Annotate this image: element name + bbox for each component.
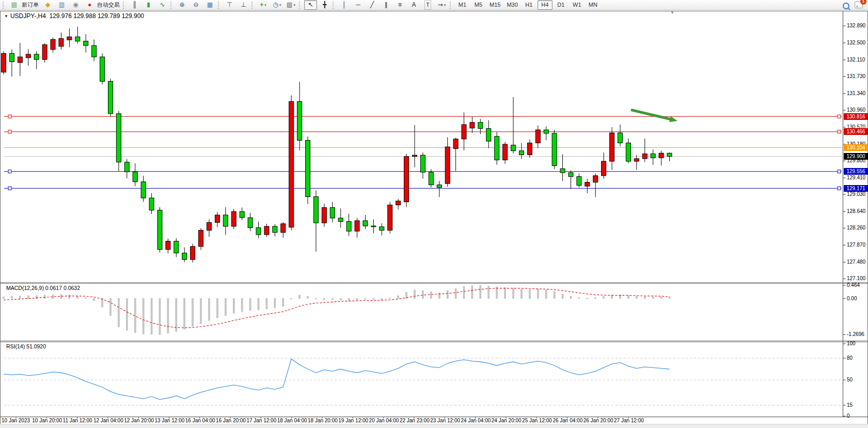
bear-candle — [420, 155, 425, 172]
bear-candle — [297, 101, 302, 140]
bull-candle — [26, 54, 30, 58]
macd-histogram-bar — [307, 296, 309, 298]
macd-histogram-bar — [44, 295, 45, 299]
macd-histogram-bar — [504, 288, 506, 299]
macd-histogram-bar — [520, 289, 522, 298]
time-label: 13 Jan 12:00 — [155, 418, 185, 424]
line-handle[interactable] — [838, 170, 841, 173]
macd-histogram-bar — [249, 299, 251, 311]
rsi-line — [4, 359, 670, 399]
macd-histogram-bar — [299, 295, 301, 299]
bull-candle — [413, 155, 417, 157]
bear-candle — [651, 154, 655, 158]
time-label: 24 Jan 20:00 — [492, 418, 522, 424]
macd-histogram-bar — [422, 291, 423, 298]
line-handle[interactable] — [8, 115, 11, 118]
time-label: 18 Jan 04:00 — [277, 418, 307, 424]
time-label: 10 Jan 2023 — [2, 418, 30, 424]
macd-scale-label: 0.464 — [847, 282, 860, 288]
line-handle[interactable] — [838, 115, 841, 118]
bull-candle — [396, 201, 401, 205]
trend-arrow-head — [669, 116, 677, 123]
support-line-price-tag: 129.556 — [844, 168, 868, 175]
bull-candle — [527, 143, 532, 155]
time-label: 23 Jan 12:00 — [430, 418, 460, 424]
macd-histogram-bar — [69, 295, 70, 299]
bull-candle — [634, 159, 639, 161]
time-label: 20 Jan 04:00 — [369, 418, 399, 424]
macd-histogram-bar — [167, 299, 169, 333]
macd-histogram-bar — [332, 299, 333, 300]
bid-line-price-tag: 129.900 — [844, 153, 868, 160]
macd-histogram-bar — [554, 292, 555, 298]
macd-histogram-bar — [340, 299, 341, 300]
bear-candle — [157, 210, 162, 250]
macd-histogram-bar — [11, 296, 12, 298]
bear-candle — [108, 81, 113, 114]
horizontal-scrollbar[interactable] — [0, 424, 868, 428]
line-handle[interactable] — [838, 130, 841, 133]
bear-candle — [560, 169, 565, 173]
macd-histogram-bar — [291, 299, 292, 299]
bull-candle — [388, 205, 392, 230]
line-handle[interactable] — [8, 187, 11, 190]
macd-histogram-bar — [27, 296, 29, 299]
price-tick-label: 128.640 — [847, 208, 865, 215]
collapse-triangle-icon[interactable]: ▼ — [4, 14, 8, 19]
bull-candle — [231, 211, 236, 226]
bear-candle — [141, 182, 146, 198]
macd-histogram-bar — [151, 299, 152, 334]
macd-histogram-bar — [241, 299, 243, 312]
macd-histogram-bar — [348, 299, 350, 301]
rsi-scale-label: 100 — [847, 341, 856, 347]
price-tick-label: 129.410 — [847, 175, 865, 181]
bull-candle — [2, 53, 6, 72]
macd-histogram-bar — [184, 299, 185, 329]
bull-candle — [264, 226, 269, 235]
rsi-scale-label: 80 — [847, 355, 853, 361]
macd-scale-label: -1.2696 — [847, 331, 864, 338]
support-line-price-tag: 129.171 — [844, 185, 868, 192]
macd-histogram-bar — [85, 298, 87, 298]
macd-histogram-bar — [77, 296, 78, 298]
bull-candle — [281, 224, 286, 233]
chart-symbol-title: ▼USDJPY-,H4 129.976 129.988 129.789 129.… — [4, 12, 144, 20]
macd-histogram-bar — [19, 296, 21, 299]
line-handle[interactable] — [8, 170, 11, 173]
bull-candle — [51, 39, 55, 49]
macd-histogram-bar — [225, 299, 226, 316]
macd-histogram-bar — [389, 298, 391, 298]
bear-candle — [256, 227, 261, 235]
resistance-line-price-tag: 130.466 — [844, 128, 868, 135]
time-label: 16 Jan 04:00 — [185, 418, 215, 424]
bear-candle — [511, 145, 516, 151]
chart-shift-marker[interactable]: ▼ — [670, 10, 674, 15]
price-tick-label: 127.100 — [847, 276, 865, 282]
bear-candle — [667, 153, 672, 156]
bull-candle — [199, 231, 203, 247]
bull-candle — [67, 37, 72, 40]
macd-histogram-bar — [570, 296, 572, 298]
price-tick-label: 128.260 — [847, 225, 865, 231]
macd-histogram-bar — [233, 299, 234, 314]
bull-candle — [445, 147, 450, 184]
time-label: 26 Jan 20:00 — [583, 418, 613, 424]
line-handle[interactable] — [838, 187, 841, 190]
macd-histogram-bar — [529, 289, 530, 298]
macd-histogram-bar — [545, 290, 547, 299]
macd-histogram-bar — [488, 286, 490, 298]
bull-candle — [535, 130, 540, 143]
time-label: 24 Jan 04:00 — [461, 418, 491, 424]
line-handle[interactable] — [8, 130, 11, 133]
macd-histogram-bar — [209, 299, 210, 321]
time-label: 27 Jan 12:00 — [614, 418, 644, 424]
macd-histogram-bar — [3, 297, 5, 298]
bear-candle — [182, 253, 187, 259]
macd-histogram-bar — [143, 299, 144, 334]
rsi-scale-label: 50 — [847, 377, 853, 383]
macd-histogram-bar — [126, 299, 128, 331]
bear-candle — [248, 218, 252, 227]
bear-candle — [124, 162, 129, 172]
bear-candle — [9, 53, 14, 62]
time-label: 18 Jan 20:00 — [308, 418, 338, 424]
